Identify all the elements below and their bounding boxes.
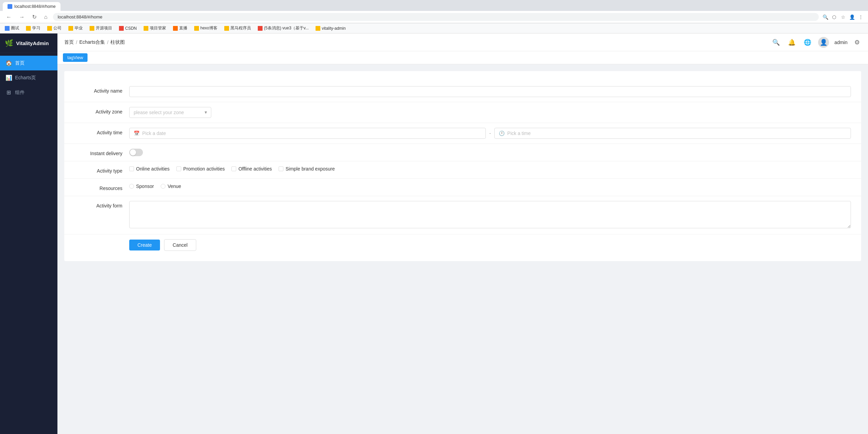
activity-type-row: Activity type Online activities Promotio… [64,161,861,179]
settings-icon[interactable]: ⚙ [853,37,861,48]
create-button[interactable]: Create [129,240,160,250]
components-icon: ⊞ [5,89,12,96]
bookmark-opensource[interactable]: 开源项目 [88,25,113,32]
activity-type-label: Activity type [75,166,129,174]
checkbox-label-online: Online activities [136,166,170,172]
logo-icon: 🌿 [5,39,13,47]
checkbox-box-online [129,166,134,171]
time-picker[interactable]: 🕐 Pick a time [494,128,851,139]
bookmark-vue3[interactable]: (5条消息) vue3（基于v... [256,25,310,32]
activity-form-label: Activity form [75,201,129,208]
activity-time-label: Activity time [75,128,129,135]
breadcrumb-sep-1: / [76,40,77,45]
browser-tab[interactable]: localhost:8848/#/home [3,2,61,11]
tab-label: localhost:8848/#/home [14,4,56,9]
date-time-row: 📅 Pick a date - 🕐 Pick a time [129,128,851,139]
checkbox-brand-exposure[interactable]: Simple brand exposure [279,166,335,172]
extensions-icon[interactable]: ⬡ [831,14,837,20]
date-picker[interactable]: 📅 Pick a date [129,128,486,139]
instant-delivery-label: Instant delivery [75,149,129,156]
bookmark-folder-icon [26,26,31,31]
checkbox-online-activities[interactable]: Online activities [129,166,170,172]
browser-address-bar: ← → ↻ ⌂ 🔍 ⬡ ☆ 👤 ⋮ [0,11,868,23]
bookmark-hexo[interactable]: hexo博客 [193,25,219,32]
activity-name-control [129,86,851,97]
instant-delivery-toggle[interactable] [129,149,143,156]
checkbox-venue[interactable]: Venue [161,184,181,189]
activity-form-textarea[interactable] [129,201,851,228]
calendar-icon: 📅 [134,131,139,136]
checkbox-offline-activities[interactable]: Offline activities [231,166,272,172]
bookmark-label: 开源项目 [96,25,112,31]
bookmark-label: CSDN [125,26,137,31]
logo-text: VitalityAdmin [16,40,49,46]
browser-chrome: localhost:8848/#/home ← → ↻ ⌂ 🔍 ⬡ ☆ 👤 ⋮ … [0,0,868,33]
checkbox-box-offline [231,166,236,171]
star-icon[interactable]: ☆ [840,14,846,20]
breadcrumb-echarts[interactable]: Echarts合集 [79,39,105,45]
username-label[interactable]: admin [834,40,847,45]
breadcrumb-current: 柱状图 [110,39,125,45]
bookmark-csdn[interactable]: CSDN [118,25,138,31]
notification-icon[interactable]: 🔔 [787,37,797,48]
profile-icon[interactable]: 👤 [849,14,855,20]
checkbox-promotion-activities[interactable]: Promotion activities [176,166,225,172]
tag-item-tagview[interactable]: tagView [63,53,88,62]
app-header: 首页 / Echarts合集 / 柱状图 🔍 🔔 🌐 👤 admin ⚙ [57,33,868,51]
resources-checkbox-group: Sponsor Venue [129,184,851,189]
tag-view: tagView [57,51,868,64]
sidebar-item-echarts[interactable]: 📊 Echarts页 [0,70,57,85]
bookmark-quanshi[interactable]: 圈试 [3,25,21,32]
bookmark-project[interactable]: 项目管家 [142,25,168,32]
address-input[interactable] [53,13,819,21]
activity-zone-row: Activity zone please select your zone ▼ [64,102,861,123]
cancel-button[interactable]: Cancel [164,239,196,251]
sidebar-logo: 🌿 VitalityAdmin [0,33,57,53]
bookmark-folder-icon [47,26,52,31]
reload-button[interactable]: ↻ [30,13,39,21]
app-content: 首页 / Echarts合集 / 柱状图 🔍 🔔 🌐 👤 admin ⚙ tag… [57,33,868,434]
sidebar-item-label-echarts: Echarts页 [15,75,36,81]
zoom-icon[interactable]: 🔍 [822,14,828,20]
checkbox-label-brand: Simple brand exposure [285,166,335,172]
form-card: Activity name Activity zone please selec… [64,71,861,261]
activity-type-control: Online activities Promotion activities O… [129,166,851,172]
bookmark-folder-icon [258,26,263,31]
bookmark-label: (5条消息) vue3（基于v... [264,25,309,31]
bookmark-study[interactable]: 学习 [25,25,42,32]
menu-icon[interactable]: ⋮ [858,14,864,20]
bookmark-vitality[interactable]: vitality-admin [314,25,347,31]
checkbox-sponsor[interactable]: Sponsor [129,184,154,189]
resources-control: Sponsor Venue [129,184,851,189]
header-actions: 🔍 🔔 🌐 👤 admin ⚙ [771,37,861,48]
activity-name-input[interactable] [129,86,851,97]
bookmark-label: vitality-admin [322,26,346,31]
home-button[interactable]: ⌂ [42,13,50,21]
checkbox-label-sponsor: Sponsor [136,184,154,189]
breadcrumb: 首页 / Echarts合集 / 柱状图 [64,39,125,45]
forward-button[interactable]: → [17,13,27,21]
activity-name-label: Activity name [75,86,129,94]
tab-favicon [8,4,12,9]
bookmark-heima[interactable]: 黑马程序员 [223,25,252,32]
breadcrumb-home[interactable]: 首页 [64,39,74,45]
bookmark-company[interactable]: 公司 [46,25,63,32]
activity-zone-control: please select your zone ▼ [129,107,851,118]
sidebar-item-components[interactable]: ⊞ 组件 [0,85,57,100]
bookmark-live[interactable]: 直播 [172,25,189,32]
search-icon[interactable]: 🔍 [771,37,781,48]
activity-zone-select[interactable]: please select your zone [129,107,211,118]
sidebar-item-home[interactable]: 🏠 首页 [0,56,57,70]
back-button[interactable]: ← [4,13,14,21]
activity-time-control: 📅 Pick a date - 🕐 Pick a time [129,128,851,139]
sidebar-item-label-components: 组件 [15,90,25,96]
translate-icon[interactable]: 🌐 [802,37,813,48]
checkbox-box-venue [161,184,165,189]
app-wrapper: 🌿 VitalityAdmin 🏠 首页 📊 Echarts页 ⊞ 组件 首页 … [0,33,868,434]
browser-tab-bar: localhost:8848/#/home [0,0,868,11]
avatar: 👤 [818,37,829,48]
checkbox-label-venue: Venue [168,184,181,189]
bookmark-graduation[interactable]: 毕业 [67,25,84,32]
instant-delivery-control [129,149,851,156]
form-buttons: Create Cancel [119,234,861,251]
